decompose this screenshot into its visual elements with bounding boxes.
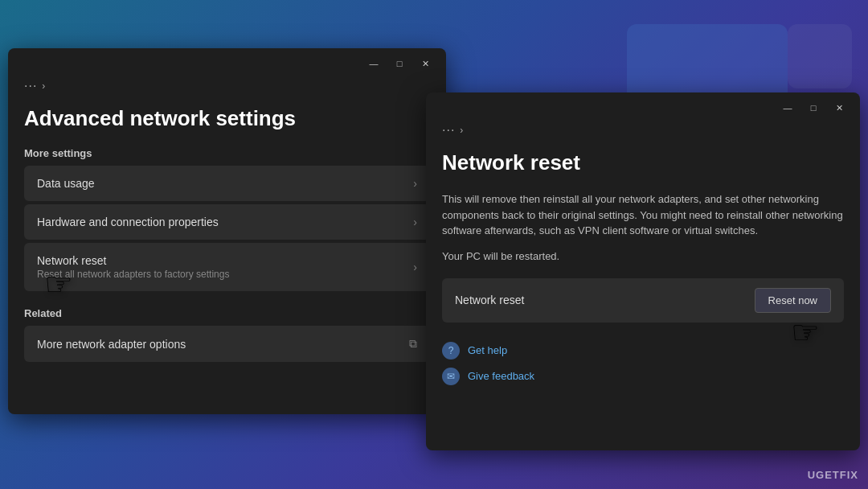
network-reset-chevron: ›	[413, 261, 417, 273]
hardware-connection-item-left: Hardware and connection properties	[37, 216, 219, 228]
network-reset-title: Network reset	[37, 254, 229, 267]
external-link-icon: ⧉	[409, 337, 417, 351]
hardware-connection-title: Hardware and connection properties	[37, 216, 219, 228]
more-settings-label: More settings	[24, 147, 430, 159]
hardware-connection-chevron: ›	[413, 216, 417, 228]
restart-notice: Your PC will be restarted.	[442, 250, 844, 262]
page-title-left: Advanced network settings	[24, 106, 430, 131]
related-label: Related	[24, 307, 430, 319]
titlebar-right: — □ ✕	[426, 92, 860, 123]
breadcrumb-right: ··· ›	[426, 123, 860, 138]
hardware-connection-item[interactable]: Hardware and connection properties ›	[24, 204, 430, 240]
reset-now-button[interactable]: Reset now	[755, 288, 831, 313]
breadcrumb-chevron-right: ›	[460, 125, 463, 136]
get-help-label: Get help	[468, 344, 507, 356]
watermark: UGETFIX	[808, 469, 858, 481]
bg-decoration-2	[788, 24, 852, 88]
minimize-button-right[interactable]: —	[776, 99, 799, 117]
right-window-content: Network reset This will remove then rein…	[426, 150, 860, 401]
give-feedback-icon: ✉	[442, 368, 460, 385]
network-reset-item-left: Network reset Reset all network adapters…	[37, 254, 229, 280]
reset-row-label: Network reset	[455, 294, 524, 306]
maximize-button-right[interactable]: □	[802, 99, 825, 117]
network-reset-window: — □ ✕ ··· › Network reset This will remo…	[426, 92, 860, 450]
data-usage-chevron: ›	[413, 177, 417, 190]
reset-row: Network reset Reset now	[442, 278, 844, 323]
breadcrumb-dots-left[interactable]: ···	[24, 79, 37, 93]
give-feedback-link[interactable]: ✉ Give feedback	[442, 368, 844, 385]
data-usage-title: Data usage	[37, 177, 95, 190]
minimize-button-left[interactable]: —	[362, 55, 385, 72]
related-section: Related More network adapter options ⧉	[24, 307, 430, 362]
network-reset-description: This will remove then reinstall all your…	[442, 191, 844, 239]
more-adapter-options-item[interactable]: More network adapter options ⧉	[24, 326, 430, 362]
more-adapter-title: More network adapter options	[37, 338, 186, 351]
give-feedback-label: Give feedback	[468, 370, 534, 382]
close-button-left[interactable]: ✕	[414, 55, 436, 72]
network-reset-item[interactable]: Network reset Reset all network adapters…	[24, 243, 430, 291]
data-usage-item-left: Data usage	[37, 177, 95, 190]
titlebar-left: — □ ✕	[8, 48, 446, 79]
network-reset-subtitle: Reset all network adapters to factory se…	[37, 269, 229, 280]
data-usage-item[interactable]: Data usage ›	[24, 166, 430, 201]
breadcrumb-dots-right[interactable]: ···	[442, 123, 455, 138]
breadcrumb-chevron-left: ›	[42, 80, 45, 92]
page-title-right: Network reset	[442, 150, 844, 175]
maximize-button-left[interactable]: □	[388, 55, 411, 72]
get-help-link[interactable]: ? Get help	[442, 342, 844, 360]
advanced-network-settings-window: — □ ✕ ··· › Advanced network settings Mo…	[8, 48, 446, 414]
close-button-right[interactable]: ✕	[828, 99, 850, 117]
get-help-icon: ?	[442, 342, 460, 360]
links-section: ? Get help ✉ Give feedback	[442, 342, 844, 385]
more-adapter-left: More network adapter options	[37, 338, 186, 351]
left-window-content: Advanced network settings More settings …	[8, 106, 446, 381]
breadcrumb-left: ··· ›	[8, 79, 446, 93]
